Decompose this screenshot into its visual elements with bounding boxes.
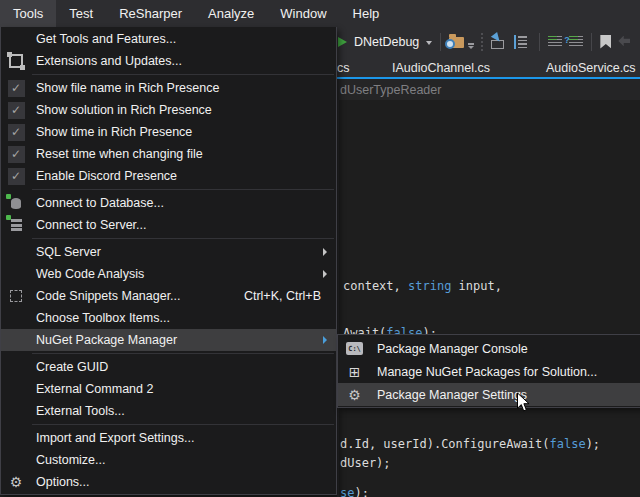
menu-item-enable-discord-presence[interactable]: Enable Discord Presence (1, 165, 336, 187)
submenu-item-label: Package Manager Console (371, 342, 640, 356)
menu-item-shortcut: Ctrl+K, Ctrl+B (244, 289, 336, 303)
tab-bar: csIAudioChannel.csAudioService.cs (337, 56, 640, 79)
code-editor[interactable]: context, string input,Await(false);d.Id,… (337, 100, 640, 497)
menu-item-options[interactable]: Options... (1, 471, 336, 493)
menu-item-label: Extensions and Updates... (31, 54, 336, 68)
menu-separator (32, 424, 334, 425)
extensions-icon (9, 54, 23, 68)
submenu-item-label: Package Manager Settings (371, 388, 640, 402)
menu-bar: ToolsTestReSharperAnalyzeWindowHelp (0, 0, 640, 27)
tab-cs[interactable]: cs (337, 61, 350, 75)
submenu-item-package-manager-settings[interactable]: Package Manager Settings (338, 383, 640, 406)
menu-item-show-time-in-rich-presence[interactable]: Show time in Rich Presence (1, 121, 336, 143)
editor-breadcrumb[interactable]: dUserTypeReader (337, 79, 640, 100)
toolbar-separator (440, 33, 441, 51)
code-line: se); (340, 486, 369, 497)
menu-item-connect-to-database[interactable]: Connect to Database... (1, 192, 336, 214)
menu-item-import-and-export-settings[interactable]: Import and Export Settings... (1, 427, 336, 449)
run-target-label[interactable]: DNetDebug (354, 35, 419, 49)
check-icon (8, 80, 25, 97)
bookmark-icon[interactable] (600, 35, 611, 49)
menu-item-label: Get Tools and Features... (31, 32, 336, 46)
format-lines-help-icon[interactable] (569, 36, 583, 48)
tab-audioservice-cs[interactable]: AudioService.cs (546, 61, 636, 75)
check-icon (8, 102, 25, 119)
menu-item-external-command-2[interactable]: External Command 2 (1, 378, 336, 400)
menu-item-sql-server[interactable]: SQL Server (1, 241, 336, 263)
menubar-item-tools[interactable]: Tools (0, 0, 56, 27)
submenu-item-manage-nuget-packages-for-solution[interactable]: Manage NuGet Packages for Solution... (338, 360, 640, 383)
menu-item-create-guid[interactable]: Create GUID (1, 356, 336, 378)
menu-item-icon-slot (1, 241, 31, 263)
menu-item-label: NuGet Package Manager (31, 333, 323, 347)
menu-item-label: Web Code Analysis (31, 267, 323, 281)
menu-item-label: Customize... (31, 453, 336, 467)
menu-item-label: Reset time when changing file (31, 147, 336, 161)
format-lines-icon[interactable] (548, 36, 562, 48)
menu-item-icon-slot (1, 400, 31, 422)
menu-item-label: Options... (31, 475, 336, 489)
run-target-dropdown-icon[interactable] (426, 41, 432, 45)
toolbar-grip[interactable] (481, 33, 483, 51)
menu-item-icon-slot (1, 378, 31, 400)
menu-item-label: Connect to Server... (31, 218, 336, 232)
menu-item-label: Show solution in Rich Presence (31, 103, 336, 117)
menubar-item-help[interactable]: Help (340, 0, 393, 27)
check-icon (8, 146, 25, 163)
submenu-arrow-icon (323, 336, 327, 344)
menubar-item-resharper[interactable]: ReSharper (106, 0, 195, 27)
menu-item-label: Enable Discord Presence (31, 169, 336, 183)
menu-item-show-file-name-in-rich-presence[interactable]: Show file name in Rich Presence (1, 77, 336, 99)
database-connect-icon (11, 198, 21, 209)
menu-item-nuget-package-manager[interactable]: NuGet Package Manager (1, 329, 336, 351)
menu-item-label: Import and Export Settings... (31, 431, 336, 445)
menu-item-reset-time-when-changing-file[interactable]: Reset time when changing file (1, 143, 336, 165)
menubar-item-analyze[interactable]: Analyze (195, 0, 267, 27)
tab-iaudiochannel-cs[interactable]: IAudioChannel.cs (392, 61, 490, 75)
menu-item-choose-toolbox-items[interactable]: Choose Toolbox Items... (1, 307, 336, 329)
menu-item-web-code-analysis[interactable]: Web Code Analysis (1, 263, 336, 285)
menu-item-label: SQL Server (31, 245, 323, 259)
menu-item-icon-slot (1, 263, 31, 285)
submenu-item-package-manager-console[interactable]: Package Manager Console (338, 337, 640, 360)
menu-item-external-tools[interactable]: External Tools... (1, 400, 336, 422)
menu-separator (32, 238, 334, 239)
menu-item-icon-slot (1, 356, 31, 378)
menu-item-label: Choose Toolbox Items... (31, 311, 336, 325)
menu-item-label: Connect to Database... (31, 196, 336, 210)
navigate-pointer-icon[interactable] (490, 35, 507, 49)
menu-item-icon-slot (1, 329, 31, 351)
nuget-package-manager-submenu: Package Manager ConsoleManage NuGet Pack… (337, 334, 640, 408)
menu-item-get-tools-and-features[interactable]: Get Tools and Features... (1, 28, 336, 50)
code-line: d.Id, userId).ConfigureAwait(false); (340, 437, 600, 451)
menu-item-show-solution-in-rich-presence[interactable]: Show solution in Rich Presence (1, 99, 336, 121)
menu-item-connect-to-server[interactable]: Connect to Server... (1, 214, 336, 236)
find-in-files-icon[interactable] (449, 37, 464, 48)
submenu-arrow-icon (323, 248, 327, 256)
menu-item-label: Create GUID (31, 360, 336, 374)
server-connect-icon (11, 219, 22, 231)
vs-window: ToolsTestReSharperAnalyzeWindowHelp DNet… (0, 0, 640, 497)
check-icon (8, 168, 25, 185)
toolbar-overflow-icon[interactable] (468, 43, 474, 49)
menu-separator (32, 353, 334, 354)
console-icon (346, 342, 363, 355)
menu-separator (32, 74, 334, 75)
bookmark-prev-icon[interactable] (618, 36, 630, 48)
menubar-item-test[interactable]: Test (56, 0, 106, 27)
code-line: dUser); (340, 456, 391, 470)
tools-menu: Get Tools and Features...Extensions and … (0, 27, 337, 495)
check-icon (8, 124, 25, 141)
toolbar-separator (591, 33, 592, 51)
toolbar: DNetDebug (337, 27, 640, 56)
toolbar-separator (539, 33, 540, 51)
menubar-item-window[interactable]: Window (267, 0, 339, 27)
menu-item-extensions-and-updates[interactable]: Extensions and Updates... (1, 50, 336, 72)
menu-item-customize[interactable]: Customize... (1, 449, 336, 471)
menu-item-code-snippets-manager[interactable]: Code Snippets Manager...Ctrl+K, Ctrl+B (1, 285, 336, 307)
menu-item-label: Show time in Rich Presence (31, 125, 336, 139)
copy-lines-icon[interactable] (514, 35, 531, 49)
start-debug-icon[interactable] (338, 37, 347, 47)
nuget-package-icon (349, 365, 361, 379)
breadcrumb-text: dUserTypeReader (337, 83, 441, 97)
